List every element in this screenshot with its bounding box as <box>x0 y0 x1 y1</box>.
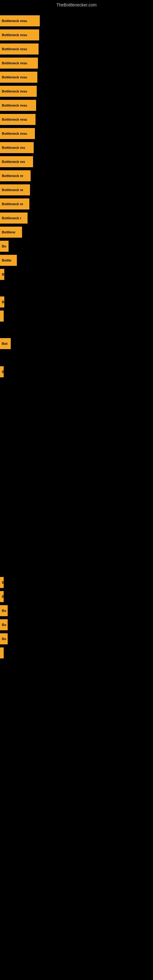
bar-row: Bottleneck resu <box>0 114 35 125</box>
bar-row <box>0 648 2 659</box>
bar-label: B <box>0 577 4 588</box>
bar-label: Bottleneck re <box>0 199 29 210</box>
bar-row: Bottleneck resu <box>0 15 40 26</box>
bar-label: B <box>0 591 4 602</box>
bar-row: Bottleneck res <box>0 156 33 167</box>
bar-row: Bottleneck resu <box>0 29 39 40</box>
bar-label: Bottleneck res <box>0 156 33 167</box>
bar-row: Bottleneck resu <box>0 43 38 54</box>
bar-label: Bottleneck resu <box>0 57 38 68</box>
bar-row: Bottleneck resu <box>0 86 37 97</box>
bar-row: B <box>0 269 4 280</box>
bar-row: B <box>0 296 4 307</box>
bar-row <box>0 310 2 321</box>
bar-label: Bo <box>0 633 8 644</box>
bar-label: Bottleneck re <box>0 170 30 181</box>
bar-label: Bottleneck r <box>0 213 27 224</box>
bar-label: Bot <box>0 338 11 349</box>
bar-row: Bot <box>0 338 11 349</box>
bar-row: Bottlene <box>0 227 22 238</box>
bar-row: Bo <box>0 619 8 630</box>
bar-label: Bottleneck resu <box>0 15 40 26</box>
bar-label: B <box>0 296 4 307</box>
bar-row: Bottleneck resu <box>0 72 37 83</box>
bar-label <box>0 310 4 321</box>
bar-label: Bottleneck re <box>0 185 30 196</box>
bar-row: Bottleneck resu <box>0 100 36 111</box>
bar-label <box>0 648 4 659</box>
bar-row: Bottleneck res <box>0 142 33 153</box>
bar-label: Bottleneck res <box>0 142 33 153</box>
bar-label: Bottleneck resu <box>0 72 37 83</box>
bar-label: Bottleneck resu <box>0 114 35 125</box>
site-title: TheBottlenecker.com <box>0 0 153 9</box>
bar-row: B <box>0 366 4 377</box>
bar-label: Bottleneck resu <box>0 43 38 54</box>
bar-row: B <box>0 577 4 588</box>
bar-label: Bottle <box>0 255 17 266</box>
bar-row: Bo <box>0 605 8 616</box>
bar-row: Bo <box>0 241 9 252</box>
bar-row: Bottleneck re <box>0 185 30 196</box>
bar-label: Bo <box>0 605 8 616</box>
bar-label: Bottleneck resu <box>0 29 39 40</box>
bar-label: Bottleneck resu <box>0 128 35 139</box>
bar-row: Bo <box>0 633 8 644</box>
bar-label: Bo <box>0 619 8 630</box>
bar-row: Bottleneck resu <box>0 128 35 139</box>
bar-label: B <box>0 269 4 280</box>
bar-label: B <box>0 366 4 377</box>
bar-label: Bottleneck resu <box>0 86 37 97</box>
bar-row: Bottleneck r <box>0 213 27 224</box>
bar-label: Bottleneck resu <box>0 100 36 111</box>
bar-row: Bottleneck resu <box>0 57 38 68</box>
bar-label: Bo <box>0 241 9 252</box>
bar-row: Bottle <box>0 255 17 266</box>
bar-row: B <box>0 591 2 602</box>
bar-row: Bottleneck re <box>0 199 29 210</box>
bar-label: Bottlene <box>0 227 22 238</box>
bar-row: Bottleneck re <box>0 170 30 181</box>
